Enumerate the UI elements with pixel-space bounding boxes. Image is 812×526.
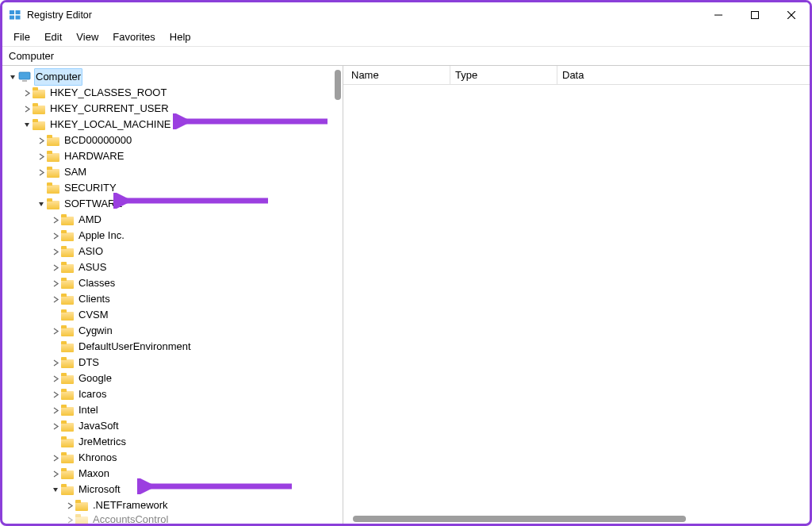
tree-label: ASUS	[77, 259, 108, 275]
tree-label: HKEY_CURRENT_USER	[48, 101, 170, 117]
list-horizontal-scrollbar[interactable]	[343, 514, 810, 524]
tree-vertical-scrollbar[interactable]	[333, 70, 343, 520]
caret-right-icon[interactable]	[50, 246, 61, 257]
caret-right-icon[interactable]	[21, 87, 33, 98]
svg-rect-3	[16, 16, 21, 20]
caret-right-icon[interactable]	[50, 452, 61, 463]
folder-icon	[47, 135, 59, 146]
svg-rect-1	[16, 10, 21, 14]
tree-node-clients[interactable]: Clients	[6, 291, 334, 307]
caret-right-icon[interactable]	[50, 357, 61, 368]
tree-node-computer[interactable]: Computer	[6, 69, 334, 85]
minimize-button[interactable]	[700, 2, 737, 28]
caret-right-icon[interactable]	[50, 420, 61, 432]
caret-right-icon[interactable]	[50, 405, 61, 416]
scrollbar-thumb[interactable]	[335, 70, 341, 100]
tree-label: DTS	[77, 355, 101, 371]
tree-node-security[interactable]: · SECURITY	[6, 180, 334, 196]
tree-node-cygwin[interactable]: Cygwin	[6, 323, 334, 339]
tree-node-google[interactable]: Google	[6, 371, 334, 386]
column-type[interactable]: Type	[450, 66, 557, 84]
tree-node-jremetrics[interactable]: ·JreMetrics	[6, 434, 334, 450]
tree-node-bcd[interactable]: BCD00000000	[6, 132, 334, 148]
tree-node-hkcr[interactable]: HKEY_CLASSES_ROOT	[6, 85, 334, 101]
caret-right-icon[interactable]	[21, 103, 33, 114]
caret-right-icon[interactable]	[50, 389, 61, 400]
folder-icon	[33, 87, 45, 98]
caret-right-icon[interactable]	[64, 500, 75, 511]
maximize-button[interactable]	[737, 2, 773, 28]
folder-icon	[61, 436, 74, 447]
tree-node-due[interactable]: ·DefaultUserEnvironment	[6, 339, 334, 355]
tree-node-icaros[interactable]: Icaros	[6, 386, 334, 402]
tree-panel: Computer HKEY_CLASSES_ROOT HKEY_CURRENT_…	[2, 66, 343, 524]
caret-down-icon[interactable]	[7, 71, 18, 83]
values-panel: Name Type Data	[343, 66, 810, 524]
caret-right-icon[interactable]	[64, 514, 75, 524]
tree-node-software[interactable]: SOFTWARE	[6, 196, 334, 212]
column-label: Data	[562, 69, 584, 81]
tree-label: DefaultUserEnvironment	[77, 339, 193, 355]
tree-label: HARDWARE	[63, 148, 125, 164]
caret-right-icon[interactable]	[50, 325, 61, 336]
tree-label: Clients	[77, 291, 112, 307]
tree-node-hklm[interactable]: HKEY_LOCAL_MACHINE	[6, 117, 334, 132]
svg-rect-2	[10, 16, 14, 20]
svg-rect-9	[22, 80, 27, 82]
tree-node-asus[interactable]: ASUS	[6, 259, 334, 275]
folder-icon	[61, 325, 74, 336]
caret-blank: ·	[50, 436, 61, 447]
menu-favorites[interactable]: Favorites	[106, 29, 161, 44]
folder-icon	[61, 405, 74, 416]
tree-node-classes[interactable]: Classes	[6, 275, 334, 291]
column-name[interactable]: Name	[343, 66, 450, 84]
tree-label: JreMetrics	[77, 434, 128, 450]
menu-help[interactable]: Help	[163, 29, 197, 44]
tree-node-khronos[interactable]: Khronos	[6, 450, 334, 466]
caret-right-icon[interactable]	[50, 373, 61, 384]
folder-icon	[47, 151, 59, 162]
caret-right-icon[interactable]	[50, 230, 61, 241]
caret-down-icon[interactable]	[50, 484, 61, 495]
menu-file[interactable]: File	[7, 29, 36, 44]
close-button[interactable]	[773, 2, 810, 28]
tree-node-cvsm[interactable]: ·CVSM	[6, 307, 334, 323]
tree-node-netframework[interactable]: .NETFramework	[6, 497, 334, 513]
tree-node-hkcu[interactable]: HKEY_CURRENT_USER	[6, 101, 334, 117]
caret-blank: ·	[36, 182, 47, 194]
tree-node-accountscontrol[interactable]: AccountsControl	[6, 512, 334, 524]
address-bar[interactable]: Computer	[2, 47, 810, 66]
tree-node-intel[interactable]: Intel	[6, 402, 334, 418]
tree-node-hardware[interactable]: HARDWARE	[6, 148, 334, 164]
folder-icon	[61, 452, 74, 463]
caret-right-icon[interactable]	[50, 262, 61, 273]
folder-icon	[61, 294, 74, 305]
tree-label: Microsoft	[77, 482, 122, 497]
folder-icon	[47, 182, 59, 194]
tree-node-maxon[interactable]: Maxon	[6, 466, 334, 482]
scrollbar-thumb[interactable]	[353, 516, 686, 522]
list-body[interactable]	[343, 85, 810, 514]
caret-right-icon[interactable]	[50, 278, 61, 289]
caret-right-icon[interactable]	[50, 294, 61, 305]
tree-node-asio[interactable]: ASIO	[6, 244, 334, 259]
caret-right-icon[interactable]	[36, 151, 47, 162]
tree-node-dts[interactable]: DTS	[6, 355, 334, 371]
caret-down-icon[interactable]	[21, 119, 33, 130]
caret-right-icon[interactable]	[36, 167, 47, 178]
tree-node-apple[interactable]: Apple Inc.	[6, 228, 334, 244]
tree-node-javasoft[interactable]: JavaSoft	[6, 418, 334, 434]
tree-node-sam[interactable]: SAM	[6, 164, 334, 180]
svg-rect-5	[752, 12, 759, 19]
window-controls	[700, 2, 810, 28]
menu-view[interactable]: View	[70, 29, 105, 44]
caret-right-icon[interactable]	[50, 468, 61, 479]
column-data[interactable]: Data	[557, 66, 810, 84]
caret-blank: ·	[50, 309, 61, 321]
caret-right-icon[interactable]	[36, 135, 47, 146]
menu-edit[interactable]: Edit	[38, 29, 68, 44]
tree-node-amd[interactable]: AMD	[6, 212, 334, 228]
caret-down-icon[interactable]	[36, 198, 47, 209]
tree-node-microsoft[interactable]: Microsoft	[6, 482, 334, 497]
caret-right-icon[interactable]	[50, 214, 61, 225]
